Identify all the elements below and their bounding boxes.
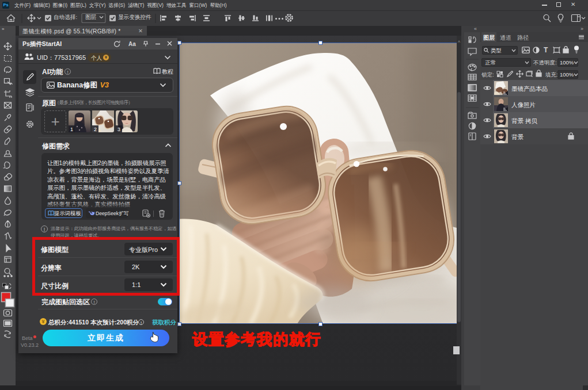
svg-text:3: 3 [117,127,120,132]
svg-text:1: 1 [70,127,73,132]
svg-text:2: 2 [94,127,97,132]
svg-text:Aa: Aa [128,41,136,47]
